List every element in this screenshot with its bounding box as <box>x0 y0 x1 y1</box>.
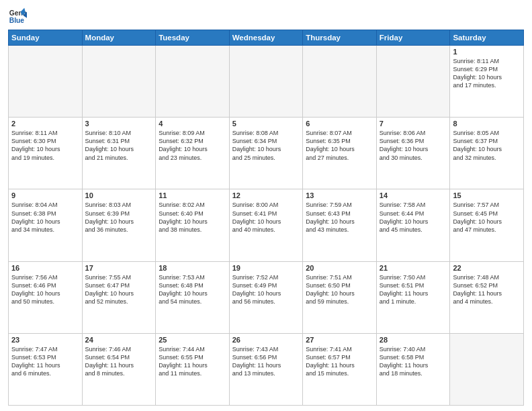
calendar-cell: 23Sunrise: 7:47 AM Sunset: 6:53 PM Dayli… <box>9 333 83 405</box>
day-info: Sunrise: 7:47 AM Sunset: 6:53 PM Dayligh… <box>11 345 79 378</box>
calendar-cell: 8Sunrise: 8:05 AM Sunset: 6:37 PM Daylig… <box>450 118 524 189</box>
week-row-4: 23Sunrise: 7:47 AM Sunset: 6:53 PM Dayli… <box>9 333 524 405</box>
day-number: 25 <box>159 336 226 344</box>
day-info: Sunrise: 8:03 AM Sunset: 6:39 PM Dayligh… <box>85 201 153 234</box>
week-row-1: 2Sunrise: 8:11 AM Sunset: 6:30 PM Daylig… <box>9 118 524 189</box>
calendar-cell: 5Sunrise: 8:08 AM Sunset: 6:34 PM Daylig… <box>229 118 303 189</box>
day-info: Sunrise: 8:00 AM Sunset: 6:41 PM Dayligh… <box>232 201 300 234</box>
day-header-tuesday: Tuesday <box>156 30 230 46</box>
day-info: Sunrise: 8:02 AM Sunset: 6:40 PM Dayligh… <box>159 201 226 234</box>
calendar-cell: 17Sunrise: 7:55 AM Sunset: 6:47 PM Dayli… <box>82 261 156 333</box>
calendar-cell <box>229 46 303 118</box>
day-number: 20 <box>306 264 373 272</box>
calendar-header-row: SundayMondayTuesdayWednesdayThursdayFrid… <box>9 30 524 46</box>
day-info: Sunrise: 7:52 AM Sunset: 6:49 PM Dayligh… <box>232 273 300 306</box>
day-number: 27 <box>306 336 373 344</box>
calendar-cell: 26Sunrise: 7:43 AM Sunset: 6:56 PM Dayli… <box>229 333 303 405</box>
day-info: Sunrise: 8:05 AM Sunset: 6:37 PM Dayligh… <box>453 129 521 162</box>
svg-text:Blue: Blue <box>9 17 25 24</box>
calendar-cell: 10Sunrise: 8:03 AM Sunset: 6:39 PM Dayli… <box>82 189 156 261</box>
day-header-wednesday: Wednesday <box>229 30 303 46</box>
calendar-cell: 21Sunrise: 7:50 AM Sunset: 6:51 PM Dayli… <box>376 261 450 333</box>
calendar-cell: 6Sunrise: 8:07 AM Sunset: 6:35 PM Daylig… <box>303 118 377 189</box>
week-row-0: 1Sunrise: 8:11 AM Sunset: 6:29 PM Daylig… <box>9 46 524 118</box>
header: General Blue <box>8 7 524 26</box>
day-info: Sunrise: 7:43 AM Sunset: 6:56 PM Dayligh… <box>232 345 300 378</box>
calendar-cell <box>82 46 156 118</box>
day-number: 13 <box>306 191 373 199</box>
day-number: 28 <box>380 336 447 344</box>
day-header-friday: Friday <box>376 30 450 46</box>
calendar-cell: 28Sunrise: 7:40 AM Sunset: 6:58 PM Dayli… <box>376 333 450 405</box>
day-info: Sunrise: 8:11 AM Sunset: 6:29 PM Dayligh… <box>453 57 521 90</box>
week-row-2: 9Sunrise: 8:04 AM Sunset: 6:38 PM Daylig… <box>9 189 524 261</box>
calendar-cell: 14Sunrise: 7:58 AM Sunset: 6:44 PM Dayli… <box>376 189 450 261</box>
page-container: General Blue SundayMondayTuesdayWednesda… <box>0 0 532 411</box>
day-info: Sunrise: 7:48 AM Sunset: 6:52 PM Dayligh… <box>453 273 521 306</box>
calendar-cell: 25Sunrise: 7:44 AM Sunset: 6:55 PM Dayli… <box>156 333 230 405</box>
day-number: 8 <box>453 120 521 128</box>
day-number: 12 <box>232 191 300 199</box>
day-header-thursday: Thursday <box>303 30 377 46</box>
day-header-monday: Monday <box>82 30 156 46</box>
calendar-cell <box>156 46 230 118</box>
day-info: Sunrise: 8:08 AM Sunset: 6:34 PM Dayligh… <box>232 129 300 162</box>
calendar-cell: 15Sunrise: 7:57 AM Sunset: 6:45 PM Dayli… <box>450 189 524 261</box>
calendar-cell: 4Sunrise: 8:09 AM Sunset: 6:32 PM Daylig… <box>156 118 230 189</box>
day-header-saturday: Saturday <box>450 30 524 46</box>
calendar-cell <box>303 46 377 118</box>
calendar-cell: 3Sunrise: 8:10 AM Sunset: 6:31 PM Daylig… <box>82 118 156 189</box>
day-number: 6 <box>306 120 373 128</box>
calendar-cell: 24Sunrise: 7:46 AM Sunset: 6:54 PM Dayli… <box>82 333 156 405</box>
day-number: 21 <box>380 264 447 272</box>
calendar-cell <box>376 46 450 118</box>
day-info: Sunrise: 8:07 AM Sunset: 6:35 PM Dayligh… <box>306 129 373 162</box>
day-info: Sunrise: 7:50 AM Sunset: 6:51 PM Dayligh… <box>380 273 447 306</box>
calendar-cell: 2Sunrise: 8:11 AM Sunset: 6:30 PM Daylig… <box>9 118 83 189</box>
day-info: Sunrise: 7:53 AM Sunset: 6:48 PM Dayligh… <box>159 273 226 306</box>
calendar-table: SundayMondayTuesdayWednesdayThursdayFrid… <box>8 30 524 406</box>
day-info: Sunrise: 7:58 AM Sunset: 6:44 PM Dayligh… <box>380 201 447 234</box>
day-number: 4 <box>159 120 226 128</box>
day-number: 17 <box>85 264 153 272</box>
calendar-cell: 1Sunrise: 8:11 AM Sunset: 6:29 PM Daylig… <box>450 46 524 118</box>
day-info: Sunrise: 7:56 AM Sunset: 6:46 PM Dayligh… <box>11 273 79 306</box>
calendar-cell: 7Sunrise: 8:06 AM Sunset: 6:36 PM Daylig… <box>376 118 450 189</box>
day-info: Sunrise: 8:04 AM Sunset: 6:38 PM Dayligh… <box>11 201 79 234</box>
day-number: 1 <box>453 48 521 56</box>
day-info: Sunrise: 7:51 AM Sunset: 6:50 PM Dayligh… <box>306 273 373 306</box>
day-info: Sunrise: 8:11 AM Sunset: 6:30 PM Dayligh… <box>11 129 79 162</box>
day-info: Sunrise: 8:06 AM Sunset: 6:36 PM Dayligh… <box>380 129 447 162</box>
day-number: 7 <box>380 120 447 128</box>
day-info: Sunrise: 8:10 AM Sunset: 6:31 PM Dayligh… <box>85 129 153 162</box>
day-number: 5 <box>232 120 300 128</box>
day-number: 22 <box>453 264 521 272</box>
day-number: 23 <box>11 336 79 344</box>
calendar-cell: 9Sunrise: 8:04 AM Sunset: 6:38 PM Daylig… <box>9 189 83 261</box>
calendar-cell: 20Sunrise: 7:51 AM Sunset: 6:50 PM Dayli… <box>303 261 377 333</box>
day-header-sunday: Sunday <box>9 30 83 46</box>
day-info: Sunrise: 7:59 AM Sunset: 6:43 PM Dayligh… <box>306 201 373 234</box>
day-info: Sunrise: 7:57 AM Sunset: 6:45 PM Dayligh… <box>453 201 521 234</box>
day-number: 3 <box>85 120 153 128</box>
day-number: 15 <box>453 191 521 199</box>
day-info: Sunrise: 7:55 AM Sunset: 6:47 PM Dayligh… <box>85 273 153 306</box>
calendar-cell: 18Sunrise: 7:53 AM Sunset: 6:48 PM Dayli… <box>156 261 230 333</box>
day-number: 18 <box>159 264 226 272</box>
calendar-cell: 12Sunrise: 8:00 AM Sunset: 6:41 PM Dayli… <box>229 189 303 261</box>
day-number: 26 <box>232 336 300 344</box>
day-number: 9 <box>11 191 79 199</box>
day-number: 2 <box>11 120 79 128</box>
day-info: Sunrise: 7:40 AM Sunset: 6:58 PM Dayligh… <box>380 345 447 378</box>
logo-icon: General Blue <box>8 7 27 26</box>
day-info: Sunrise: 7:46 AM Sunset: 6:54 PM Dayligh… <box>85 345 153 378</box>
calendar-cell: 11Sunrise: 8:02 AM Sunset: 6:40 PM Dayli… <box>156 189 230 261</box>
day-number: 11 <box>159 191 226 199</box>
day-number: 14 <box>380 191 447 199</box>
day-info: Sunrise: 7:44 AM Sunset: 6:55 PM Dayligh… <box>159 345 226 378</box>
day-number: 16 <box>11 264 79 272</box>
logo: General Blue <box>8 7 28 26</box>
day-info: Sunrise: 8:09 AM Sunset: 6:32 PM Dayligh… <box>159 129 226 162</box>
day-number: 19 <box>232 264 300 272</box>
calendar-cell: 27Sunrise: 7:41 AM Sunset: 6:57 PM Dayli… <box>303 333 377 405</box>
